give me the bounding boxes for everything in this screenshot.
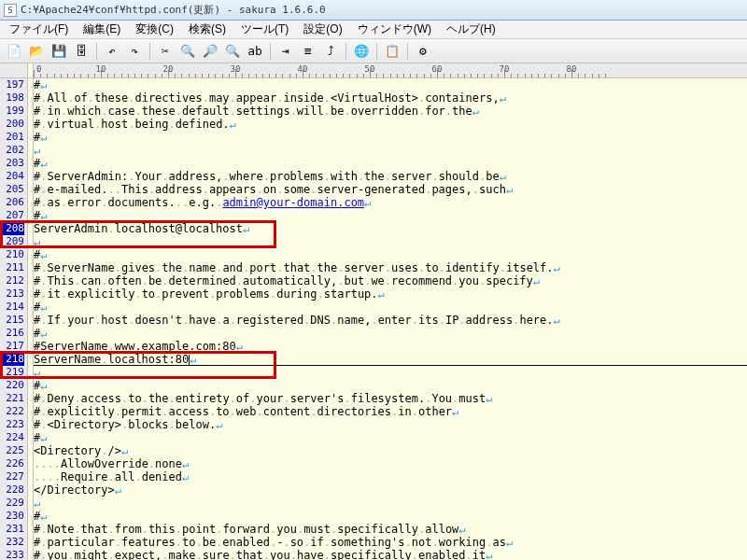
code-line[interactable]: #↵	[34, 248, 747, 261]
menu-7[interactable]: ヘルプ(H)	[439, 20, 503, 39]
line-number: 208	[0, 222, 24, 235]
code-line[interactable]: #↵	[34, 510, 747, 523]
menu-2[interactable]: 変換(C)	[128, 20, 181, 39]
code-line[interactable]: #.ServerAdmin:.Your.address,.where.probl…	[34, 170, 747, 183]
code-line[interactable]: #↵	[34, 157, 747, 170]
open-file-icon[interactable]: 📂	[26, 41, 47, 62]
code-line[interactable]: ....AllowOverride.none↵	[34, 457, 747, 470]
line-number: 222	[0, 405, 24, 418]
code-line[interactable]: ↵	[34, 366, 747, 379]
code-line[interactable]: #.ServerName.gives.the.name.and.port.tha…	[34, 261, 747, 274]
code-line[interactable]: #.it.explicitly.to.prevent.problems.duri…	[34, 287, 747, 301]
replace-icon[interactable]: ab	[245, 41, 265, 62]
code-line[interactable]: ↵	[34, 235, 747, 248]
line-number: 206	[0, 196, 24, 209]
code-line[interactable]: #.you.might.expect,.make.sure.that.you.h…	[34, 549, 747, 560]
code-line[interactable]: #ServerName.www.example.com:80↵	[34, 340, 747, 353]
code-line[interactable]: ....Require.all.denied↵	[34, 470, 747, 483]
save-all-icon[interactable]: 🗄	[71, 41, 92, 62]
line-number: 224	[0, 431, 24, 444]
line-number: 204	[0, 170, 24, 183]
line-number: 210	[0, 248, 24, 261]
code-line[interactable]: </Directory>↵	[34, 483, 747, 497]
line-number-gutter: 1971981992002012022032042052062072082092…	[0, 78, 28, 560]
code-line[interactable]: #.If.your.host.doesn't.have.a.registered…	[34, 314, 747, 327]
code-line[interactable]: #.particular.features.to.be.enabled.-.so…	[34, 536, 747, 549]
code-line[interactable]: #.Note.that.from.this.point.forward.you.…	[34, 523, 747, 536]
redo-icon[interactable]: ↷	[124, 41, 145, 62]
line-number: 220	[0, 379, 24, 392]
code-line[interactable]: ↵	[34, 144, 747, 157]
line-number: 233	[0, 549, 24, 560]
code-line[interactable]: #.Deny.access.to.the.entirety.of.your.se…	[34, 392, 747, 405]
line-number: 214	[0, 301, 24, 314]
line-number: 231	[0, 523, 24, 536]
line-number: 205	[0, 183, 24, 196]
line-number: 221	[0, 392, 24, 405]
line-number: 207	[0, 209, 24, 222]
line-number: 225	[0, 444, 24, 457]
type-list-icon[interactable]: 📋	[382, 41, 402, 62]
menu-4[interactable]: ツール(T)	[233, 20, 296, 39]
line-number: 229	[0, 497, 24, 510]
menu-1[interactable]: 編集(E)	[76, 20, 128, 39]
line-number: 198	[0, 91, 24, 105]
new-file-icon[interactable]: 📄	[4, 41, 24, 62]
line-number: 213	[0, 287, 24, 301]
code-line[interactable]: #.e-mailed...This.address.appears.on.som…	[34, 183, 747, 196]
outline-icon[interactable]: ≡	[298, 41, 318, 62]
find-prev-icon[interactable]: 🔍	[222, 41, 243, 62]
editor-area[interactable]: 1971981992002012022032042052062072082092…	[0, 78, 747, 560]
line-number: 216	[0, 327, 24, 340]
undo-icon[interactable]: ↶	[102, 41, 122, 62]
line-number: 203	[0, 157, 24, 170]
find-next-icon[interactable]: 🔎	[200, 41, 220, 62]
code-line[interactable]: #.explicitly.permit.access.to.web.conten…	[34, 405, 747, 418]
line-number: 201	[0, 131, 24, 144]
code-line[interactable]: #.All.of.these.directives.may.appear.ins…	[34, 91, 747, 105]
code-line[interactable]: #↵	[34, 327, 747, 340]
code-view[interactable]: #↵#.All.of.these.directives.may.appear.i…	[34, 78, 747, 560]
line-number: 232	[0, 536, 24, 549]
line-number: 212	[0, 274, 24, 287]
titlebar: S C:¥Apache24¥conf¥httpd.conf(更新) - saku…	[0, 0, 747, 21]
code-line[interactable]: #↵	[34, 209, 747, 222]
menu-0[interactable]: ファイル(F)	[2, 20, 76, 39]
line-number: 227	[0, 470, 24, 483]
menu-3[interactable]: 検索(S)	[181, 20, 233, 39]
code-line[interactable]: <Directory./>↵	[34, 444, 747, 457]
line-number: 209	[0, 235, 24, 248]
settings-icon[interactable]: ⚙	[413, 41, 433, 62]
code-line[interactable]: ServerName.localhost:80↵	[34, 353, 747, 366]
code-line[interactable]: #↵	[34, 431, 747, 444]
code-line[interactable]: #↵	[34, 379, 747, 392]
browser-icon[interactable]: 🌐	[351, 41, 372, 62]
window-title: C:¥Apache24¥conf¥httpd.conf(更新) - sakura…	[21, 3, 326, 17]
code-line[interactable]: #.virtual.host.being.defined.↵	[34, 118, 747, 131]
code-line[interactable]: #↵	[34, 131, 747, 144]
toolbar-separator	[270, 43, 271, 60]
save-icon[interactable]: 💾	[49, 41, 69, 62]
tag-jump-icon[interactable]: ⤴	[320, 41, 341, 62]
toolbar: 📄📂💾🗄↶↷✂🔍🔎🔍ab⇥≡⤴🌐📋⚙	[0, 39, 747, 63]
code-line[interactable]: #.This.can.often.be.determined.automatic…	[34, 274, 747, 287]
menu-5[interactable]: 設定(O)	[296, 20, 349, 39]
line-number: 223	[0, 418, 24, 431]
line-number: 215	[0, 314, 24, 327]
code-line[interactable]: #↵	[34, 301, 747, 314]
code-line[interactable]: #.in.which.case.these.default.settings.w…	[34, 105, 747, 118]
find-icon[interactable]: 🔍	[177, 41, 198, 62]
code-line[interactable]: ↵	[34, 497, 747, 510]
code-line[interactable]: #.as.error.documents...e.g..admin@your-d…	[34, 196, 747, 209]
line-number: 217	[0, 340, 24, 353]
code-line[interactable]: ServerAdmin.localhost@localhost↵	[34, 222, 747, 235]
cut-icon[interactable]: ✂	[155, 41, 176, 62]
line-number: 226	[0, 457, 24, 470]
toolbar-separator	[407, 43, 408, 60]
jump-icon[interactable]: ⇥	[275, 41, 296, 62]
line-number: 197	[0, 78, 24, 91]
code-line[interactable]: #↵	[34, 78, 747, 91]
line-number: 230	[0, 510, 24, 523]
code-line[interactable]: #.<Directory>.blocks.below.↵	[34, 418, 747, 431]
menu-6[interactable]: ウィンドウ(W)	[350, 20, 439, 39]
